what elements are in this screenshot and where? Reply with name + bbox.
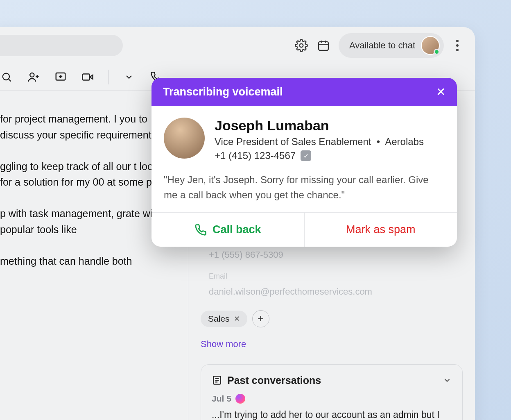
- svg-rect-5: [83, 74, 90, 80]
- call-back-button[interactable]: Call back: [151, 213, 305, 247]
- contact-title: Vice President of Sales Enablement • Aer…: [215, 136, 445, 148]
- transcript-icon: [212, 375, 222, 386]
- tag-row: Sales ✕ +: [201, 310, 463, 327]
- status-pill[interactable]: Available to chat: [339, 33, 444, 58]
- past-conversation-date: Jul 5: [212, 394, 452, 404]
- svg-point-0: [300, 44, 303, 48]
- add-user-icon[interactable]: [27, 70, 40, 84]
- show-more-link[interactable]: Show more: [201, 339, 463, 350]
- contact-phone: +1 (415) 123-4567 ✓: [215, 150, 445, 161]
- search-input[interactable]: d: [0, 35, 123, 56]
- add-tag-button[interactable]: +: [252, 310, 269, 327]
- svg-point-3: [30, 73, 34, 77]
- topbar: d Available to chat: [0, 27, 475, 64]
- past-conversations-header[interactable]: Past conversations: [212, 375, 452, 386]
- messenger-icon: [235, 394, 245, 404]
- verified-check-icon: ✓: [301, 150, 311, 161]
- chevron-down-icon[interactable]: [122, 70, 136, 84]
- remove-tag-icon[interactable]: ✕: [234, 314, 240, 323]
- presence-indicator: [434, 49, 440, 55]
- share-screen-icon[interactable]: [54, 70, 67, 84]
- modal-actions: Call back Mark as spam: [151, 212, 457, 247]
- mark-spam-button[interactable]: Mark as spam: [305, 213, 457, 247]
- calendar-icon[interactable]: [317, 39, 330, 52]
- modal-title: Transcribing voicemail: [163, 86, 283, 98]
- voicemail-transcript: "Hey Jen, it's Joseph. Sorry for missing…: [164, 172, 445, 202]
- phone-icon: [194, 224, 207, 236]
- past-conversations-card: Past conversations Jul 5 ...I'm trying t…: [201, 364, 463, 420]
- tag-sales[interactable]: Sales ✕: [201, 311, 247, 327]
- contact-row: Joseph Lumaban Vice President of Sales E…: [164, 118, 445, 161]
- svg-rect-1: [319, 42, 328, 50]
- status-label: Available to chat: [349, 40, 415, 51]
- contact-name: Joseph Lumaban: [215, 118, 445, 134]
- user-avatar[interactable]: [421, 36, 440, 55]
- video-icon[interactable]: [81, 70, 94, 84]
- gear-icon[interactable]: [294, 39, 308, 52]
- svg-point-2: [3, 73, 9, 80]
- voicemail-modal: Transcribing voicemail ✕ Joseph Lumaban …: [151, 78, 457, 247]
- past-conversation-snippet[interactable]: ...I'm trying to add her to our account …: [212, 408, 452, 420]
- more-menu-icon[interactable]: [452, 40, 463, 51]
- chevron-down-icon[interactable]: [443, 376, 452, 385]
- search-icon[interactable]: [0, 70, 13, 84]
- contact-avatar: [164, 118, 205, 159]
- modal-header: Transcribing voicemail ✕: [151, 78, 457, 106]
- message-line: mething that can handle both: [0, 253, 180, 269]
- close-icon[interactable]: ✕: [436, 85, 445, 99]
